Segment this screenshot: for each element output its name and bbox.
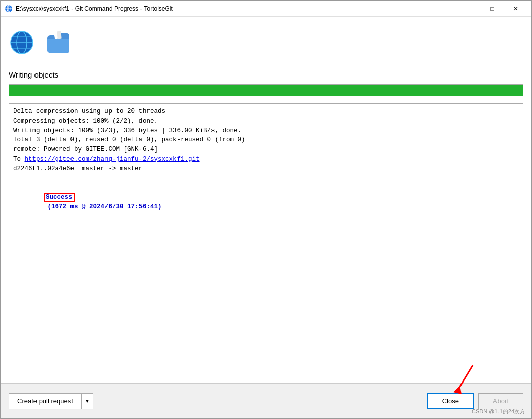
success-line: Success (1672 ms @ 2024/6/30 17:56:41) xyxy=(13,183,519,221)
log-line: d2246f1..02a4e6e master -> master xyxy=(13,164,519,174)
footer-left: Create pull request ▼ xyxy=(9,393,93,409)
success-time: (1672 ms @ 2024/6/30 17:56:41) xyxy=(44,203,162,210)
watermark: CSDN @1.1的24次方 xyxy=(472,408,525,415)
folder-icon xyxy=(45,29,72,56)
minimize-button[interactable]: — xyxy=(457,1,481,17)
log-line: Compressing objects: 100% (2/2), done. xyxy=(13,117,519,126)
success-label: Success xyxy=(44,193,75,202)
svg-rect-11 xyxy=(57,31,61,39)
maximize-button[interactable]: □ xyxy=(481,1,504,17)
content-area: Writing objects Delta compression using … xyxy=(1,17,531,383)
abort-button[interactable]: Abort xyxy=(478,393,523,409)
log-line xyxy=(13,173,519,183)
title-bar-controls: — □ ✕ xyxy=(457,1,527,17)
title-bar: E:\sysxcx\sysxcxkf1 - Git Command Progre… xyxy=(1,1,531,17)
close-window-button[interactable]: ✕ xyxy=(504,1,527,17)
create-pull-request-button[interactable]: Create pull request xyxy=(9,393,81,409)
status-label: Writing objects xyxy=(9,70,523,79)
log-line: remote: Powered by GITEE.COM [GNK-6.4] xyxy=(13,145,519,155)
main-window: E:\sysxcx\sysxcxkf1 - Git Command Progre… xyxy=(0,0,532,419)
footer: Create pull request ▼ Close Abort CSDN @… xyxy=(1,383,531,418)
dropdown-arrow-icon: ▼ xyxy=(85,398,90,404)
icons-row xyxy=(9,25,523,60)
log-output[interactable]: Delta compression using up to 20 threads… xyxy=(9,103,523,383)
close-button[interactable]: Close xyxy=(427,393,474,409)
gitee-link[interactable]: https://gitee.com/zhang-jianfu-2/sysxcxk… xyxy=(25,156,200,163)
window-icon xyxy=(5,5,13,13)
progress-bar-container xyxy=(9,84,523,96)
globe-icon xyxy=(9,29,35,56)
log-line: Writing objects: 100% (3/3), 336 bytes |… xyxy=(13,126,519,136)
window-title: E:\sysxcx\sysxcxkf1 - Git Command Progre… xyxy=(16,5,457,12)
log-line: Delta compression using up to 20 threads xyxy=(13,107,519,117)
progress-bar-fill xyxy=(9,85,523,96)
dropdown-button[interactable]: ▼ xyxy=(81,393,93,409)
log-line: Total 3 (delta 0), reused 0 (delta 0), p… xyxy=(13,135,519,145)
footer-right: Close Abort xyxy=(427,393,523,409)
log-line: To https://gitee.com/zhang-jianfu-2/sysx… xyxy=(13,155,519,164)
